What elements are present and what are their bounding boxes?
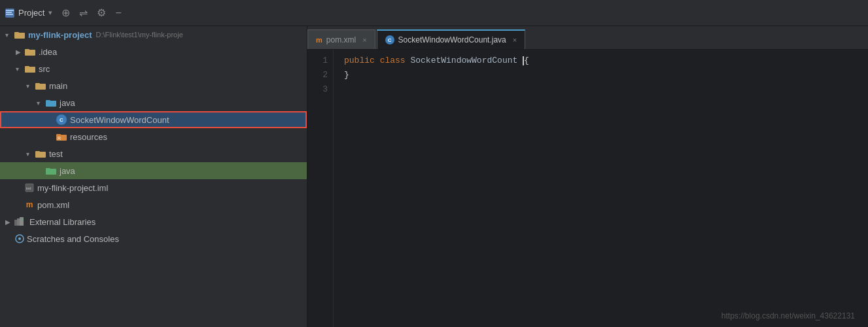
- chevron-icon: ▾: [16, 65, 25, 73]
- iml-file-icon: iml: [25, 183, 34, 192]
- tree-item-my-flink-project[interactable]: ▾ my-flink-projectD:\Flink\test1\my-flin…: [0, 26, 307, 43]
- chevron-icon: ▾: [26, 150, 35, 158]
- line-number: 3: [307, 82, 328, 97]
- chevron-icon: ▶: [5, 218, 14, 226]
- tree-item-pom-file[interactable]: mpom.xml: [0, 196, 307, 213]
- svg-rect-17: [35, 151, 40, 153]
- svg-rect-2: [6, 14, 13, 15]
- project-icon: [5, 9, 14, 18]
- pom-file-icon: m: [25, 200, 34, 209]
- svg-rect-0: [6, 10, 14, 11]
- svg-text:R: R: [58, 136, 61, 141]
- tree-item-resources[interactable]: R resources: [0, 128, 307, 145]
- tree-item-ext-libs[interactable]: ▶ External Libraries: [0, 213, 307, 230]
- svg-rect-12: [46, 100, 50, 102]
- svg-rect-10: [35, 83, 40, 85]
- project-sidebar[interactable]: ▾ my-flink-projectD:\Flink\test1\my-flin…: [0, 26, 307, 327]
- main-content: ▾ my-flink-projectD:\Flink\test1\my-flin…: [0, 26, 868, 327]
- line-number: 2: [307, 68, 328, 82]
- tree-item-src[interactable]: ▾ src: [0, 60, 307, 77]
- tab-close-button[interactable]: ×: [362, 36, 366, 44]
- tree-item-label: External Libraries: [29, 217, 95, 227]
- tree-item-main[interactable]: ▾ main: [0, 77, 307, 94]
- external-libraries-icon: [14, 217, 26, 226]
- globe-icon[interactable]: ⊕: [61, 7, 70, 19]
- editor-panel: mpom.xml×CSocketWindowWordCount.java× 12…: [307, 26, 868, 327]
- folder-icon: [25, 65, 35, 73]
- tree-item-label: my-flink-project: [28, 30, 92, 40]
- folder-icon: [35, 82, 46, 90]
- java-source-folder-icon: [46, 99, 56, 107]
- watermark: https://blog.csdn.net/weixin_43622131: [721, 311, 855, 320]
- line-numbers: 123: [307, 26, 334, 327]
- chevron-icon: ▾: [26, 82, 35, 90]
- svg-point-27: [18, 237, 21, 240]
- project-title: Project ▾: [5, 8, 52, 18]
- layers-icon[interactable]: ⇌: [79, 7, 88, 19]
- tree-item-label: src: [39, 64, 50, 74]
- svg-rect-25: [22, 219, 24, 220]
- tree-item-label: java: [60, 98, 75, 108]
- svg-rect-4: [14, 32, 19, 34]
- tree-item-label: main: [49, 81, 67, 91]
- resources-folder-icon: R: [56, 133, 67, 141]
- svg-rect-24: [20, 217, 24, 226]
- project-name-label[interactable]: Project: [18, 8, 44, 18]
- tree-item-scratches[interactable]: Scratches and Consoles: [0, 230, 307, 247]
- chevron-icon: ▶: [16, 48, 25, 56]
- tree-item-path: D:\Flink\test1\my-flink-proje: [96, 31, 183, 39]
- tree-item-SocketWindowWordCount[interactable]: CSocketWindowWordCount: [0, 111, 307, 128]
- test-folder-icon: [46, 167, 56, 175]
- tab-java[interactable]: CSocketWindowWordCount.java×: [377, 29, 526, 49]
- titlebar-icons: ⊕ ⇌ ⚙ −: [61, 7, 121, 19]
- folder-icon: [25, 48, 35, 56]
- tab-pom[interactable]: mpom.xml×: [307, 29, 375, 49]
- code-line: public class SocketWindowWordCount {: [344, 54, 858, 68]
- tree-item-idea[interactable]: ▶ .idea: [0, 43, 307, 60]
- code-line: [344, 82, 858, 97]
- scratches-icon: [14, 234, 24, 243]
- chevron-icon: ▾: [37, 99, 46, 107]
- chevron-icon: ▾: [5, 31, 14, 39]
- svg-text:iml: iml: [26, 186, 31, 190]
- tree-item-iml[interactable]: imlmy-flink-project.iml: [0, 179, 307, 196]
- svg-rect-19: [46, 168, 50, 170]
- tree-item-label: Scratches and Consoles: [27, 234, 119, 244]
- code-editor[interactable]: public class SocketWindowWordCount {}: [334, 26, 868, 327]
- tree-item-label: .idea: [39, 47, 57, 57]
- tree-item-label: pom.xml: [37, 200, 69, 210]
- tab-label: SocketWindowWordCount.java: [398, 35, 506, 44]
- tree-item-label: test: [49, 149, 63, 159]
- java-class-icon: C: [56, 114, 67, 125]
- title-bar: Project ▾ ⊕ ⇌ ⚙ −: [0, 0, 868, 26]
- code-line: }: [344, 68, 858, 82]
- folder-icon: [14, 31, 25, 39]
- svg-rect-6: [25, 49, 29, 51]
- svg-rect-1: [6, 12, 12, 13]
- tab-label: pom.xml: [326, 35, 356, 44]
- project-chevron-icon[interactable]: ▾: [48, 9, 52, 17]
- gear-icon[interactable]: ⚙: [97, 7, 106, 19]
- tree-item-java-test[interactable]: java: [0, 162, 307, 179]
- tree-item-label: SocketWindowWordCount: [70, 115, 169, 125]
- tab-close-button[interactable]: ×: [513, 36, 517, 44]
- tree-item-label: my-flink-project.iml: [37, 183, 108, 193]
- svg-rect-8: [25, 66, 29, 68]
- tree-item-label: java: [60, 166, 75, 176]
- tree-item-test[interactable]: ▾ test: [0, 145, 307, 162]
- line-number: 1: [307, 54, 328, 68]
- folder-icon: [35, 150, 46, 158]
- tree-item-label: resources: [70, 132, 107, 142]
- minus-icon[interactable]: −: [115, 7, 121, 19]
- tabs-bar: mpom.xml×CSocketWindowWordCount.java×: [307, 26, 868, 50]
- tree-item-java-src[interactable]: ▾ java: [0, 94, 307, 111]
- tab-java-icon: C: [385, 35, 394, 44]
- tab-m-icon: m: [316, 36, 322, 44]
